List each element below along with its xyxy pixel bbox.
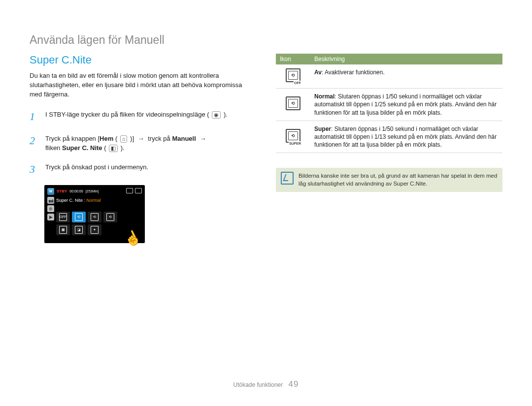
cnite-tab-icon: ◧ <box>109 145 118 152</box>
step-2-mid: tryck på <box>148 135 172 142</box>
note-text: Bilderna kanske inte ser bra ut, på grun… <box>299 172 498 187</box>
option-extra[interactable]: ⟲ <box>103 212 117 222</box>
status-icons <box>126 188 142 193</box>
option-normal-icon: ⟲ <box>286 96 300 110</box>
cnite-glyph-close: ). <box>119 144 125 152</box>
remaining-time: [253Min] <box>86 189 99 193</box>
opt-desc: : Slutaren öppnas i 1/50 sekund i normal… <box>314 125 497 148</box>
sd-card-icon <box>126 188 133 193</box>
arrow-icon: → <box>134 135 148 142</box>
step-1-text-a: I STBY-läge trycker du på fliken för vid… <box>45 111 211 118</box>
step-2: 2 Tryck på knappen [Hem ( ⌂ )] → tryck p… <box>30 132 256 153</box>
camera-tab-icon[interactable]: 📷 <box>47 197 54 204</box>
osd-title-a: Super C. Nite : <box>56 198 87 203</box>
play-tab-icon[interactable]: ▶ <box>47 214 54 220</box>
page-number: 49 <box>289 379 299 389</box>
hem-glyph-close: )] <box>128 135 134 142</box>
footer-section: Utökade funktioner <box>233 381 283 388</box>
touch-hand-icon: ☝ <box>121 227 144 249</box>
th-icon: Ikon <box>276 54 310 64</box>
option-off-icon: ⟲OFF <box>286 68 300 82</box>
opt-label: Super <box>314 125 331 132</box>
hem-label: Hem <box>100 135 113 142</box>
mode-badge: M <box>47 188 54 195</box>
step-2-a: Tryck på knappen [ <box>45 135 100 142</box>
step-1-text-b: ). <box>222 111 228 118</box>
stby-label: STBY <box>57 189 67 193</box>
step-number: 2 <box>30 132 38 153</box>
opt-desc: : Slutaren öppnas i 1/50 sekund i normal… <box>314 93 497 116</box>
step-3-text: Tryck på önskad post i undermenyn. <box>45 161 148 177</box>
row2-item-c[interactable]: ✦ <box>88 224 101 235</box>
home-icon: ⌂ <box>120 135 128 143</box>
osd-title-value: Normal <box>87 198 101 203</box>
step-3: 3 Tryck på önskad post i undermenyn. <box>30 161 256 177</box>
option-off[interactable]: OFF <box>56 212 70 222</box>
table-row: ⟲OFF Av: Avaktiverar funktionen. <box>276 64 502 89</box>
cnite-glyph-open: ( <box>102 144 108 152</box>
option-super[interactable]: ⟲ <box>88 212 101 222</box>
section-title: Super C.Nite <box>30 54 256 66</box>
note-box: Bilderna kanske inte ser bra ut, på grun… <box>276 168 502 191</box>
opt-label: Av <box>314 69 322 76</box>
row2-item-b[interactable]: ◪ <box>72 224 86 235</box>
page-footer: Utökade funktioner 49 <box>0 379 532 389</box>
opt-label: Normal <box>314 93 334 100</box>
th-desc: Beskrivning <box>310 54 502 64</box>
camera-screen-mockup: M STBY 00:00:00 [253Min] Super C. Nite :… <box>44 185 145 243</box>
step-1: 1 I STBY-läge trycker du på fliken för v… <box>30 108 256 125</box>
arrow-icon: → <box>196 135 208 142</box>
zoom-tab-icon[interactable]: ⊕ <box>47 205 54 212</box>
manuell-label: Manuell <box>172 135 196 142</box>
hem-glyph-open: ( <box>113 135 119 142</box>
option-table: Ikon Beskrivning ⟲OFF Av: Avaktiverar fu… <box>276 54 502 153</box>
super-cnite-label: Super C. Nite <box>62 144 102 152</box>
row2-item-a[interactable]: ▦ <box>56 224 70 235</box>
option-super-icon: ⟲SUPER <box>286 129 300 143</box>
step-number: 1 <box>30 108 38 125</box>
step-2-tab-a: fliken <box>45 144 62 152</box>
battery-icon <box>135 188 142 193</box>
opt-desc: : Avaktiverar funktionen. <box>322 69 385 76</box>
table-row: ⟲ Normal: Slutaren öppnas i 1/50 sekund … <box>276 89 502 121</box>
chapter-title: Använda lägen för Manuell <box>30 33 502 47</box>
option-normal[interactable]: ⟲ <box>72 212 86 222</box>
rec-time: 00:00:00 <box>69 189 83 193</box>
step-number: 3 <box>30 161 38 177</box>
video-mode-icon: ◉ <box>212 111 221 119</box>
table-row: ⟲SUPER Super: Slutaren öppnas i 1/50 sek… <box>276 121 502 153</box>
note-icon <box>281 172 294 185</box>
intro-text: Du kan ta en bild av ett föremål i slow … <box>30 71 256 99</box>
